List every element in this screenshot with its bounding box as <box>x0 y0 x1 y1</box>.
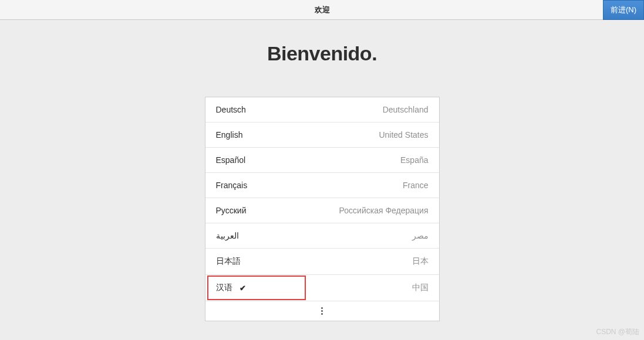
language-name: English <box>216 130 243 140</box>
language-row-english[interactable]: English United States <box>205 123 439 148</box>
language-name: 日本語 <box>216 256 241 267</box>
welcome-title: Bienvenido. <box>267 42 377 65</box>
next-button-label: 前进(N) <box>611 5 636 15</box>
header-bar: 欢迎 前进(N) <box>0 0 644 20</box>
language-row-chinese[interactable]: 汉语 ✔ 中国 <box>205 275 439 301</box>
language-row-espanol[interactable]: Español España <box>205 148 439 173</box>
selected-language-wrap: 汉语 ✔ 中国 <box>205 275 439 301</box>
language-region: France <box>403 181 429 190</box>
language-list: Deutsch Deutschland English United State… <box>205 97 440 321</box>
language-name: Español <box>216 155 246 165</box>
language-name: 汉语 ✔ <box>216 283 246 293</box>
language-region: Deutschland <box>383 105 429 114</box>
language-row-arabic[interactable]: العربية مصر <box>205 223 439 249</box>
language-region: 日本 <box>412 256 429 267</box>
language-row-japanese[interactable]: 日本語 日本 <box>205 249 439 275</box>
watermark: CSDN @荀陆 <box>596 327 639 337</box>
more-languages-button[interactable] <box>205 301 439 321</box>
header-title: 欢迎 <box>315 5 330 15</box>
next-button[interactable]: 前进(N) <box>603 0 644 20</box>
language-row-francais[interactable]: Français France <box>205 173 439 198</box>
content-area: Bienvenido. Deutsch Deutschland English … <box>0 20 644 321</box>
language-region: Российская Федерация <box>339 206 429 215</box>
language-region: مصر <box>412 231 429 240</box>
check-icon: ✔ <box>240 284 246 293</box>
language-row-russian[interactable]: Русский Российская Федерация <box>205 198 439 223</box>
language-name-text: 汉语 <box>216 283 232 293</box>
language-region: 中国 <box>412 283 429 293</box>
language-name: Русский <box>216 206 247 215</box>
language-name: العربية <box>216 231 239 240</box>
language-name: Deutsch <box>216 105 246 114</box>
language-name: Français <box>216 181 248 190</box>
more-icon <box>321 307 323 315</box>
language-region: United States <box>379 130 428 140</box>
language-region: España <box>400 155 428 165</box>
language-row-deutsch[interactable]: Deutsch Deutschland <box>205 97 439 123</box>
